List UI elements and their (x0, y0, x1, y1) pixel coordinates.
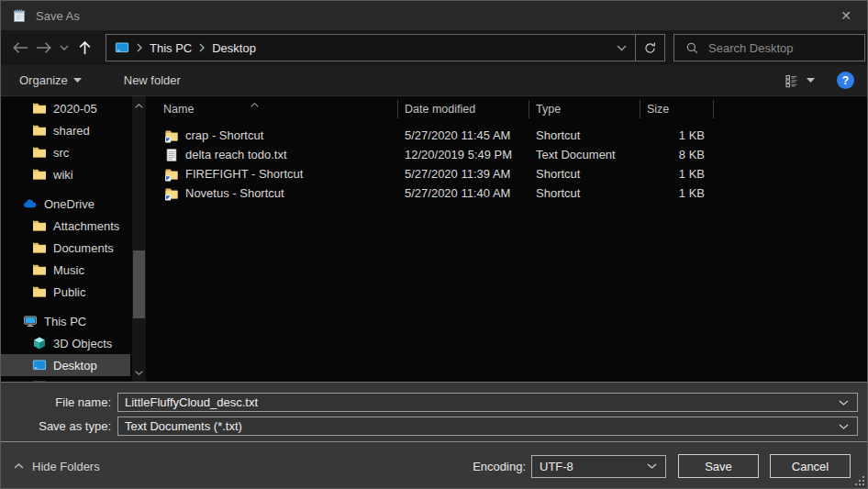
file-name-cell[interactable]: FIREFIGHT - Shortcut (148, 167, 398, 182)
text-document-icon (164, 148, 179, 162)
save-as-type-label: Save as type: (1, 419, 111, 433)
sidebar-item-label: Documents (53, 241, 114, 255)
file-row-firefight-shortcut[interactable]: FIREFIGHT - Shortcut5/27/2020 11:39 AMSh… (148, 164, 867, 183)
filename-panel: File name: LittleFluffyCloud_desc.txt Sa… (1, 382, 867, 441)
address-dropdown-button[interactable] (607, 35, 635, 61)
change-view-button[interactable] (785, 73, 815, 88)
title-bar: Save As ✕ (1, 1, 867, 30)
this-pc-icon (23, 314, 38, 328)
chevron-up-icon (14, 463, 24, 469)
save-as-dialog: Save As ✕ This PC Desktop Search Desktop… (0, 0, 868, 489)
desktop-location-icon (115, 40, 129, 55)
file-name-cell[interactable]: crap - Shortcut (148, 128, 398, 143)
sidebar-item-this-pc[interactable]: This PC (1, 310, 130, 332)
sidebar-item-src[interactable]: src (1, 141, 130, 163)
folder-icon (32, 218, 47, 233)
sidebar-item-label: wiki (53, 168, 73, 182)
sidebar-item-2020-05[interactable]: 2020-05 (1, 97, 130, 119)
address-bar[interactable]: This PC Desktop (106, 34, 665, 61)
refresh-icon[interactable] (635, 35, 664, 61)
file-row-delta-reach-todo-txt[interactable]: delta reach todo.txt12/20/2019 5:49 PMTe… (148, 145, 867, 164)
hide-folders-label: Hide Folders (32, 460, 100, 473)
help-icon[interactable]: ? (837, 72, 854, 89)
sidebar-item-label: src (53, 146, 69, 160)
file-row-novetus-shortcut[interactable]: Novetus - Shortcut5/27/2020 11:40 AMShor… (148, 183, 867, 203)
file-name-label: File name: (1, 395, 111, 409)
type-cell: Text Document (529, 148, 640, 161)
cube-icon (32, 336, 47, 350)
search-input[interactable]: Search Desktop (673, 34, 865, 61)
type-cell: Shortcut (529, 128, 640, 142)
shortcut-folder-icon (164, 186, 179, 201)
dropdown-arrow-icon (73, 78, 82, 83)
file-name-cell[interactable]: delta reach todo.txt (148, 148, 398, 162)
breadcrumb-desktop[interactable]: Desktop (212, 41, 256, 55)
dropdown-arrow-icon (807, 78, 815, 83)
date-modified-cell: 12/20/2019 5:49 PM (398, 148, 529, 161)
new-folder-button[interactable]: New folder (124, 73, 181, 87)
recent-locations-button[interactable] (56, 35, 72, 61)
sidebar-item-music[interactable]: Music (1, 259, 130, 281)
save-as-type-value: Text Documents (*.txt) (125, 419, 242, 433)
file-row-crap-shortcut[interactable]: crap - Shortcut5/27/2020 11:45 AMShortcu… (148, 126, 867, 145)
new-folder-label: New folder (124, 73, 181, 87)
save-as-type-select[interactable]: Text Documents (*.txt) (117, 417, 858, 436)
sidebar-item-public[interactable]: Public (1, 281, 130, 303)
up-button[interactable] (72, 35, 96, 61)
organize-label: Organize (19, 73, 68, 87)
sidebar-item-wiki[interactable]: wiki (1, 163, 130, 185)
file-name-text: crap - Shortcut (185, 128, 263, 142)
hide-folders-button[interactable]: Hide Folders (14, 460, 100, 473)
encoding-value: UTF-8 (540, 460, 573, 473)
column-header-name[interactable]: Name (148, 100, 398, 118)
file-name-input[interactable]: LittleFluffyCloud_desc.txt (117, 393, 858, 412)
breadcrumb-chevron-icon (199, 43, 205, 52)
organize-button[interactable]: Organize (19, 73, 82, 87)
column-header-size[interactable]: Size (640, 100, 714, 118)
size-cell: 1 KB (640, 167, 714, 181)
scrollbar-thumb[interactable] (133, 250, 145, 318)
chevron-down-icon[interactable] (839, 424, 849, 429)
forward-button[interactable] (32, 35, 56, 61)
encoding-select[interactable]: UTF-8 (531, 455, 666, 478)
main-content: 2020-05sharedsrcwikiOneDriveAttachmentsD… (1, 96, 867, 382)
date-modified-cell: 5/27/2020 11:39 AM (398, 167, 529, 181)
column-header-date-modified[interactable]: Date modified (398, 100, 529, 118)
back-button[interactable] (8, 35, 32, 61)
resize-grip[interactable] (855, 476, 864, 485)
chevron-down-icon[interactable] (839, 400, 849, 406)
size-cell: 8 KB (640, 148, 714, 161)
cancel-button[interactable]: Cancel (770, 454, 851, 478)
chevron-down-icon[interactable] (647, 463, 657, 469)
breadcrumb-this-pc[interactable]: This PC (150, 41, 192, 55)
navigation-bar: This PC Desktop Search Desktop (1, 30, 867, 65)
sidebar-item-shared[interactable]: shared (1, 119, 130, 141)
scroll-down-icon[interactable] (132, 365, 146, 380)
sidebar-item-label: OneDrive (44, 197, 95, 211)
column-headers: Name Date modified Type Size (148, 96, 867, 121)
sidebar-item-3d-objects[interactable]: 3D Objects (1, 332, 130, 354)
size-cell: 1 KB (640, 186, 714, 200)
sidebar-item-onedrive[interactable]: OneDrive (1, 193, 130, 215)
date-modified-cell: 5/27/2020 11:40 AM (398, 186, 529, 200)
sidebar-item-label: Desktop (53, 359, 97, 372)
navigation-pane: 2020-05sharedsrcwikiOneDriveAttachmentsD… (1, 96, 148, 382)
close-button[interactable]: ✕ (825, 1, 867, 30)
sidebar-item-label: This PC (44, 315, 86, 328)
sidebar-item-label: Music (53, 263, 84, 277)
sidebar-scrollbar[interactable] (132, 96, 146, 382)
type-cell: Shortcut (529, 186, 640, 200)
sidebar-item-label: Public (53, 285, 85, 299)
sidebar-item-desktop[interactable]: Desktop (1, 354, 130, 376)
scroll-up-icon[interactable] (132, 98, 146, 113)
file-name-cell[interactable]: Novetus - Shortcut (148, 186, 398, 201)
sidebar-item-label: 2020-05 (53, 102, 97, 116)
sidebar-item-documents[interactable]: Documents (1, 237, 130, 259)
sidebar-item-attachments[interactable]: Attachments (1, 215, 130, 237)
footer-bar: Hide Folders Encoding: UTF-8 Save Cancel (1, 441, 867, 489)
breadcrumb-chevron-icon (137, 43, 142, 52)
save-button[interactable]: Save (678, 454, 759, 478)
folder-icon (32, 167, 47, 182)
column-header-type[interactable]: Type (529, 100, 640, 118)
desktop-icon (32, 358, 47, 372)
